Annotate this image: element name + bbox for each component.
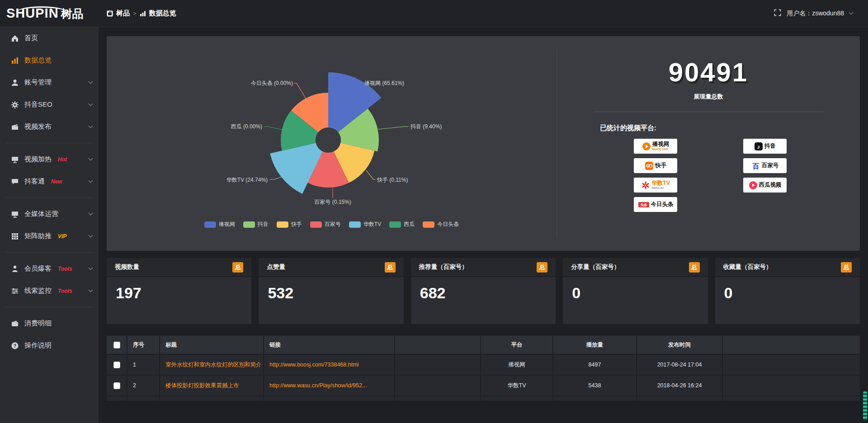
stat-card-header: 推荐量（百家号）总 <box>411 258 556 277</box>
cell-title[interactable]: 楼体投影灯投影效果震撼上市 <box>160 376 264 395</box>
cell-title[interactable]: 室外水纹灯和室内水纹灯的区别和简介 <box>160 355 264 375</box>
wasu-icon <box>641 181 650 190</box>
legend-item-抖音[interactable]: 抖音 <box>243 221 269 228</box>
breadcrumb-separator: > <box>133 10 137 17</box>
question-icon: ? <box>11 342 19 350</box>
menu-badge-Hot: Hot <box>58 156 67 163</box>
chevron-down-icon <box>89 156 93 161</box>
sliders-icon <box>11 287 19 295</box>
platform-name: 百家号 <box>762 163 779 169</box>
total-badge: 总 <box>537 262 547 273</box>
select-all-checkbox[interactable] <box>113 342 120 348</box>
sidebar-item-视频发布[interactable]: 视频发布 <box>0 116 99 138</box>
legend-item-今日头条[interactable]: 今日头条 <box>423 221 459 228</box>
stat-card-title: 点赞量 <box>267 263 285 271</box>
chevron-down-icon <box>89 233 93 238</box>
total-impressions-value: 90491 <box>557 57 860 87</box>
sidebar-item-视频加热[interactable]: 视频加热Hot <box>0 148 99 170</box>
breadcrumb: 树品 > 数据总览 <box>107 9 176 18</box>
sidebar-divider <box>5 143 93 143</box>
table-row-partial <box>107 396 860 401</box>
stat-card-点赞量: 点赞量总532 <box>259 258 403 324</box>
sidebar-item-label: 视频发布 <box>24 122 52 131</box>
total-badge: 总 <box>689 262 700 273</box>
sidebar-item-label: 线索监控 <box>24 287 52 295</box>
legend-item-播视网[interactable]: 播视网 <box>204 221 235 228</box>
total-badge: 总 <box>232 262 243 273</box>
cell-publish_time: 2017-08-24 17:04 <box>637 355 723 375</box>
sidebar-item-线索监控[interactable]: 线索监控Tools <box>0 280 99 302</box>
pie-label-抖音: 抖音 (9.40%) <box>410 123 442 130</box>
sidebar-item-会员爆客[interactable]: 会员爆客Tools <box>0 258 99 280</box>
platform-badge-抖音: ♪♪♪抖音 <box>743 139 787 154</box>
sidebar-item-账号管理[interactable]: 账号管理 <box>0 71 99 94</box>
column-header-序号: 序号 <box>127 336 160 354</box>
pie-chart: 播视网 (65.61%)抖音 (9.40%)快手 (0.11%)百家号 (0.1… <box>107 36 557 251</box>
column-header-链接: 链接 <box>264 336 395 354</box>
row-checkbox[interactable] <box>113 362 120 368</box>
sidebar-divider <box>5 307 93 307</box>
stat-card-title: 分享量（百家号） <box>571 263 620 271</box>
header-right: 用户名：zswodun88 <box>774 9 868 18</box>
sidebar-item-全媒体运营[interactable]: 全媒体运营 <box>0 203 99 225</box>
sidebar-item-操作说明[interactable]: ?操作说明 <box>0 334 99 357</box>
scroll-widget[interactable] <box>863 391 867 420</box>
sidebar-item-label: 会员爆客 <box>24 264 52 273</box>
platform-badge-播视网: 播视网boosj.com <box>634 139 677 154</box>
total-impressions-label: 展现量总数 <box>557 93 860 101</box>
sidebar-item-label: 数据总览 <box>24 56 52 65</box>
stat-card-value: 0 <box>715 277 860 309</box>
boosj-icon <box>642 142 651 151</box>
chevron-down-icon <box>89 124 93 128</box>
table-row-1: 1室外水纹灯和室内水纹灯的区别和简介http://www.boosj.com/7… <box>107 355 860 375</box>
legend-swatch <box>423 221 434 228</box>
column-header-平台: 平台 <box>481 336 553 354</box>
platforms-title: 已统计的视频平台: <box>600 124 860 132</box>
legend-item-快手[interactable]: 快手 <box>277 221 302 228</box>
breadcrumb-item-page[interactable]: 数据总览 <box>149 9 176 18</box>
cell-views: 5438 <box>553 376 637 395</box>
legend-label: 华数TV <box>363 221 381 228</box>
legend-item-百家号[interactable]: 百家号 <box>310 221 341 228</box>
sidebar-item-label: 消费明细 <box>24 319 52 328</box>
sidebar-item-矩阵助推[interactable]: 矩阵助推VIP <box>0 225 99 247</box>
stat-card-title: 收藏量（百家号） <box>723 263 772 271</box>
stat-card-title: 视频数量 <box>115 263 139 271</box>
total-badge: 总 <box>841 262 852 273</box>
sidebar-item-消费明细[interactable]: 消费明细 <box>0 312 99 334</box>
username[interactable]: 用户名：zswodun88 <box>787 9 844 18</box>
legend-label: 百家号 <box>325 221 341 228</box>
legend-label: 快手 <box>291 221 302 228</box>
sidebar-item-数据总览[interactable]: 数据总览 <box>0 49 99 71</box>
legend-label: 抖音 <box>258 221 269 228</box>
legend-item-华数TV[interactable]: 华数TV <box>349 221 381 228</box>
platform-badge-华数TV: 华数TVwasu.cn <box>634 178 677 193</box>
menu-badge-New: New <box>51 179 62 185</box>
stat-card-视频数量: 视频数量总197 <box>107 258 251 324</box>
breadcrumb-item-app[interactable]: 树品 <box>116 9 130 18</box>
cell-link[interactable]: http://www.wasu.cn/Play/show/id/952... <box>264 376 395 395</box>
cell-platform: 华数TV <box>481 376 553 395</box>
user-icon <box>11 79 19 87</box>
breadcrumb-page-icon <box>140 10 146 17</box>
pie-leader-华数TV <box>269 177 282 179</box>
cell-link[interactable]: http://www.boosj.com/7338468.html <box>264 355 395 375</box>
row-checkbox[interactable] <box>113 382 120 389</box>
sidebar-item-label: 抖音SEO <box>24 100 52 109</box>
sidebar-item-抖音SEO[interactable]: 抖音SEO <box>0 94 99 116</box>
legend-swatch <box>389 221 401 228</box>
breadcrumb-app-icon <box>107 10 113 17</box>
chevron-down-icon <box>89 179 93 183</box>
column-header-spacer2 <box>723 336 860 354</box>
sidebar-item-首页[interactable]: 首页 <box>0 27 99 49</box>
pie-leader-快手 <box>366 170 375 179</box>
fullscreen-icon[interactable] <box>774 9 781 18</box>
platform-name: 快手 <box>655 163 666 169</box>
legend-item-西瓜[interactable]: 西瓜 <box>389 221 415 228</box>
home-icon <box>11 34 19 42</box>
sidebar-item-抖客通[interactable]: 抖客通New <box>0 170 99 193</box>
data-table: 序号标题链接平台播放量发布时间 1室外水纹灯和室内水纹灯的区别和简介http:/… <box>107 335 860 402</box>
clapper-icon <box>11 123 19 131</box>
wallet-icon <box>11 320 19 328</box>
sidebar-item-label: 操作说明 <box>24 341 52 350</box>
